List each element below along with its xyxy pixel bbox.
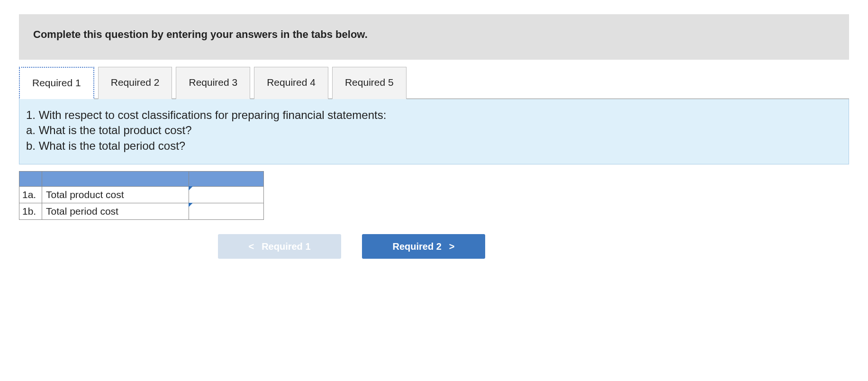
row-label: Total period cost	[42, 203, 189, 220]
chevron-left-icon: <	[248, 241, 254, 252]
tab-label: Required 5	[345, 77, 394, 88]
tabs-container: Required 1 Required 2 Required 3 Require…	[19, 66, 849, 99]
tab-required-1[interactable]: Required 1	[19, 67, 94, 99]
prev-button[interactable]: < Required 1	[218, 234, 341, 259]
tab-required-4[interactable]: Required 4	[254, 67, 328, 99]
tab-required-2[interactable]: Required 2	[98, 67, 172, 99]
tabs: Required 1 Required 2 Required 3 Require…	[19, 66, 849, 99]
total-period-cost-input[interactable]	[189, 203, 263, 219]
next-button-label: Required 2	[392, 241, 441, 252]
tab-label: Required 1	[32, 77, 81, 88]
row-index: 1a.	[19, 187, 42, 203]
tab-required-5[interactable]: Required 5	[332, 67, 407, 99]
question-panel: 1. With respect to cost classifications …	[19, 99, 849, 164]
table-header-blank-3	[189, 172, 264, 187]
row-label: Total product cost	[42, 187, 189, 203]
question-line-3: b. What is the total period cost?	[26, 138, 842, 154]
instruction-banner: Complete this question by entering your …	[19, 14, 849, 60]
next-button[interactable]: Required 2 >	[362, 234, 485, 259]
total-product-cost-input[interactable]	[189, 187, 263, 203]
table-row: 1b. Total period cost	[19, 203, 264, 220]
tab-label: Required 2	[111, 77, 160, 88]
table-row: 1a. Total product cost	[19, 187, 264, 203]
answer-table: 1a. Total product cost 1b. Total period …	[19, 171, 264, 220]
row-input-cell	[189, 203, 264, 220]
question-line-1: 1. With respect to cost classifications …	[26, 108, 842, 123]
tab-label: Required 3	[189, 77, 237, 88]
table-header-blank-2	[42, 172, 189, 187]
chevron-right-icon: >	[449, 241, 455, 252]
tab-label: Required 4	[267, 77, 316, 88]
tab-required-3[interactable]: Required 3	[176, 67, 250, 99]
instruction-text: Complete this question by entering your …	[33, 28, 368, 40]
table-header-blank-1	[19, 172, 42, 187]
question-line-2: a. What is the total product cost?	[26, 123, 842, 138]
prev-button-label: Required 1	[262, 241, 310, 252]
row-input-cell	[189, 187, 264, 203]
table-header-row	[19, 172, 264, 187]
row-index: 1b.	[19, 203, 42, 220]
page-root: Complete this question by entering your …	[0, 0, 868, 287]
nav-buttons: < Required 1 Required 2 >	[19, 234, 849, 259]
